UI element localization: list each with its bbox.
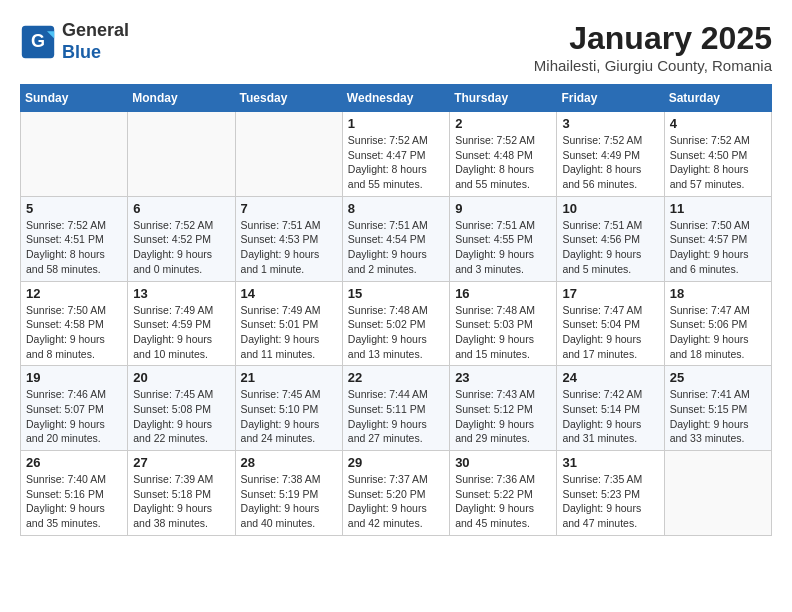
- day-info: Sunrise: 7:47 AMSunset: 5:04 PMDaylight:…: [562, 303, 658, 362]
- calendar-cell: 3Sunrise: 7:52 AMSunset: 4:49 PMDaylight…: [557, 112, 664, 197]
- day-number: 2: [455, 116, 551, 131]
- calendar-week-row: 19Sunrise: 7:46 AMSunset: 5:07 PMDayligh…: [21, 366, 772, 451]
- day-info: Sunrise: 7:39 AMSunset: 5:18 PMDaylight:…: [133, 472, 229, 531]
- page-header: G General Blue January 2025 Mihailesti, …: [20, 20, 772, 74]
- day-number: 3: [562, 116, 658, 131]
- calendar-cell: 19Sunrise: 7:46 AMSunset: 5:07 PMDayligh…: [21, 366, 128, 451]
- day-number: 30: [455, 455, 551, 470]
- day-info: Sunrise: 7:37 AMSunset: 5:20 PMDaylight:…: [348, 472, 444, 531]
- day-info: Sunrise: 7:45 AMSunset: 5:10 PMDaylight:…: [241, 387, 337, 446]
- day-number: 11: [670, 201, 766, 216]
- calendar-cell: 12Sunrise: 7:50 AMSunset: 4:58 PMDayligh…: [21, 281, 128, 366]
- day-info: Sunrise: 7:51 AMSunset: 4:53 PMDaylight:…: [241, 218, 337, 277]
- day-number: 16: [455, 286, 551, 301]
- day-number: 8: [348, 201, 444, 216]
- weekday-header: Wednesday: [342, 85, 449, 112]
- day-number: 9: [455, 201, 551, 216]
- day-info: Sunrise: 7:45 AMSunset: 5:08 PMDaylight:…: [133, 387, 229, 446]
- day-number: 31: [562, 455, 658, 470]
- calendar-cell: 8Sunrise: 7:51 AMSunset: 4:54 PMDaylight…: [342, 196, 449, 281]
- calendar-cell: 17Sunrise: 7:47 AMSunset: 5:04 PMDayligh…: [557, 281, 664, 366]
- day-number: 25: [670, 370, 766, 385]
- calendar-cell: 10Sunrise: 7:51 AMSunset: 4:56 PMDayligh…: [557, 196, 664, 281]
- calendar-cell: [21, 112, 128, 197]
- day-info: Sunrise: 7:49 AMSunset: 4:59 PMDaylight:…: [133, 303, 229, 362]
- day-info: Sunrise: 7:47 AMSunset: 5:06 PMDaylight:…: [670, 303, 766, 362]
- day-info: Sunrise: 7:40 AMSunset: 5:16 PMDaylight:…: [26, 472, 122, 531]
- day-info: Sunrise: 7:52 AMSunset: 4:49 PMDaylight:…: [562, 133, 658, 192]
- calendar-cell: 24Sunrise: 7:42 AMSunset: 5:14 PMDayligh…: [557, 366, 664, 451]
- day-number: 26: [26, 455, 122, 470]
- day-info: Sunrise: 7:38 AMSunset: 5:19 PMDaylight:…: [241, 472, 337, 531]
- day-number: 28: [241, 455, 337, 470]
- logo-general-text: General: [62, 20, 129, 40]
- day-info: Sunrise: 7:48 AMSunset: 5:02 PMDaylight:…: [348, 303, 444, 362]
- calendar-cell: 6Sunrise: 7:52 AMSunset: 4:52 PMDaylight…: [128, 196, 235, 281]
- logo: G General Blue: [20, 20, 129, 63]
- weekday-header: Saturday: [664, 85, 771, 112]
- day-number: 27: [133, 455, 229, 470]
- calendar-cell: 7Sunrise: 7:51 AMSunset: 4:53 PMDaylight…: [235, 196, 342, 281]
- calendar-week-row: 26Sunrise: 7:40 AMSunset: 5:16 PMDayligh…: [21, 451, 772, 536]
- day-number: 19: [26, 370, 122, 385]
- day-number: 10: [562, 201, 658, 216]
- day-number: 17: [562, 286, 658, 301]
- day-info: Sunrise: 7:36 AMSunset: 5:22 PMDaylight:…: [455, 472, 551, 531]
- day-info: Sunrise: 7:51 AMSunset: 4:55 PMDaylight:…: [455, 218, 551, 277]
- calendar-cell: [235, 112, 342, 197]
- day-number: 22: [348, 370, 444, 385]
- calendar-cell: 20Sunrise: 7:45 AMSunset: 5:08 PMDayligh…: [128, 366, 235, 451]
- calendar-cell: 11Sunrise: 7:50 AMSunset: 4:57 PMDayligh…: [664, 196, 771, 281]
- day-info: Sunrise: 7:52 AMSunset: 4:52 PMDaylight:…: [133, 218, 229, 277]
- month-title: January 2025: [534, 20, 772, 57]
- calendar-cell: 28Sunrise: 7:38 AMSunset: 5:19 PMDayligh…: [235, 451, 342, 536]
- day-number: 1: [348, 116, 444, 131]
- day-number: 6: [133, 201, 229, 216]
- calendar-week-row: 5Sunrise: 7:52 AMSunset: 4:51 PMDaylight…: [21, 196, 772, 281]
- day-info: Sunrise: 7:46 AMSunset: 5:07 PMDaylight:…: [26, 387, 122, 446]
- calendar-cell: 13Sunrise: 7:49 AMSunset: 4:59 PMDayligh…: [128, 281, 235, 366]
- day-info: Sunrise: 7:48 AMSunset: 5:03 PMDaylight:…: [455, 303, 551, 362]
- calendar-cell: 21Sunrise: 7:45 AMSunset: 5:10 PMDayligh…: [235, 366, 342, 451]
- calendar-cell: 29Sunrise: 7:37 AMSunset: 5:20 PMDayligh…: [342, 451, 449, 536]
- calendar-cell: 27Sunrise: 7:39 AMSunset: 5:18 PMDayligh…: [128, 451, 235, 536]
- day-info: Sunrise: 7:35 AMSunset: 5:23 PMDaylight:…: [562, 472, 658, 531]
- calendar-cell: 23Sunrise: 7:43 AMSunset: 5:12 PMDayligh…: [450, 366, 557, 451]
- day-info: Sunrise: 7:52 AMSunset: 4:48 PMDaylight:…: [455, 133, 551, 192]
- calendar-week-row: 1Sunrise: 7:52 AMSunset: 4:47 PMDaylight…: [21, 112, 772, 197]
- day-number: 4: [670, 116, 766, 131]
- calendar-cell: 30Sunrise: 7:36 AMSunset: 5:22 PMDayligh…: [450, 451, 557, 536]
- day-number: 20: [133, 370, 229, 385]
- day-number: 14: [241, 286, 337, 301]
- calendar-cell: 15Sunrise: 7:48 AMSunset: 5:02 PMDayligh…: [342, 281, 449, 366]
- day-number: 24: [562, 370, 658, 385]
- day-info: Sunrise: 7:51 AMSunset: 4:54 PMDaylight:…: [348, 218, 444, 277]
- svg-text:G: G: [31, 31, 45, 51]
- day-info: Sunrise: 7:41 AMSunset: 5:15 PMDaylight:…: [670, 387, 766, 446]
- logo-icon: G: [20, 24, 56, 60]
- day-info: Sunrise: 7:49 AMSunset: 5:01 PMDaylight:…: [241, 303, 337, 362]
- weekday-header: Tuesday: [235, 85, 342, 112]
- day-number: 7: [241, 201, 337, 216]
- calendar-cell: 2Sunrise: 7:52 AMSunset: 4:48 PMDaylight…: [450, 112, 557, 197]
- calendar-week-row: 12Sunrise: 7:50 AMSunset: 4:58 PMDayligh…: [21, 281, 772, 366]
- calendar-cell: [664, 451, 771, 536]
- calendar-cell: 4Sunrise: 7:52 AMSunset: 4:50 PMDaylight…: [664, 112, 771, 197]
- day-info: Sunrise: 7:52 AMSunset: 4:47 PMDaylight:…: [348, 133, 444, 192]
- calendar-cell: 22Sunrise: 7:44 AMSunset: 5:11 PMDayligh…: [342, 366, 449, 451]
- calendar-cell: 14Sunrise: 7:49 AMSunset: 5:01 PMDayligh…: [235, 281, 342, 366]
- calendar-table: SundayMondayTuesdayWednesdayThursdayFrid…: [20, 84, 772, 536]
- weekday-header: Sunday: [21, 85, 128, 112]
- weekday-header: Thursday: [450, 85, 557, 112]
- day-info: Sunrise: 7:50 AMSunset: 4:57 PMDaylight:…: [670, 218, 766, 277]
- calendar-cell: 5Sunrise: 7:52 AMSunset: 4:51 PMDaylight…: [21, 196, 128, 281]
- day-number: 21: [241, 370, 337, 385]
- calendar-cell: 26Sunrise: 7:40 AMSunset: 5:16 PMDayligh…: [21, 451, 128, 536]
- title-area: January 2025 Mihailesti, Giurgiu County,…: [534, 20, 772, 74]
- day-number: 13: [133, 286, 229, 301]
- day-number: 5: [26, 201, 122, 216]
- day-info: Sunrise: 7:52 AMSunset: 4:50 PMDaylight:…: [670, 133, 766, 192]
- day-info: Sunrise: 7:44 AMSunset: 5:11 PMDaylight:…: [348, 387, 444, 446]
- calendar-cell: 9Sunrise: 7:51 AMSunset: 4:55 PMDaylight…: [450, 196, 557, 281]
- calendar-cell: 1Sunrise: 7:52 AMSunset: 4:47 PMDaylight…: [342, 112, 449, 197]
